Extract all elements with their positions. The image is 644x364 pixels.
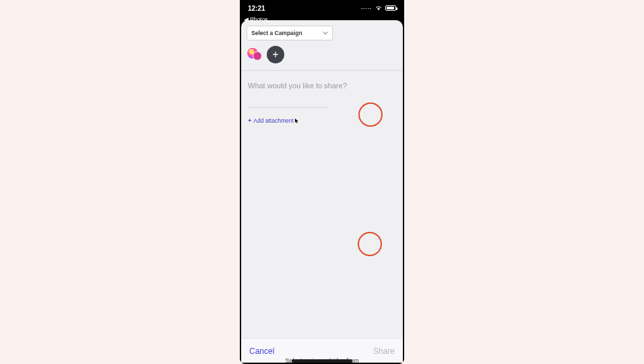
plus-icon: +	[272, 49, 278, 60]
status-right: ·····	[361, 5, 396, 12]
plus-icon: +	[248, 117, 251, 124]
input-underline	[248, 107, 327, 108]
share-button[interactable]: Share	[373, 346, 395, 356]
mouse-cursor-icon	[294, 118, 299, 124]
cellular-signal-icon: ·····	[361, 5, 372, 11]
status-bar: 12:21 ·····	[240, 0, 404, 16]
add-attachment-label: Add attachment	[253, 117, 294, 124]
wifi-icon	[375, 5, 383, 12]
share-sheet: Select a Campaign + + Add attachment	[241, 20, 403, 363]
avatar-stack[interactable]	[247, 47, 264, 62]
home-indicator[interactable]	[292, 359, 352, 363]
cancel-button[interactable]: Cancel	[249, 346, 274, 356]
compose-area: + Add attachment	[241, 71, 403, 338]
campaign-select-label: Select a Campaign	[251, 30, 302, 36]
battery-icon	[385, 5, 396, 11]
avatars-row: +	[241, 44, 403, 70]
share-text-input[interactable]	[248, 82, 396, 90]
avatar	[253, 51, 262, 61]
add-account-button[interactable]: +	[267, 46, 284, 63]
chevron-down-icon	[323, 30, 328, 36]
status-time: 12:21	[248, 5, 265, 12]
campaign-select-dropdown[interactable]: Select a Campaign	[247, 26, 333, 40]
add-attachment-button[interactable]: + Add attachment	[248, 117, 396, 124]
top-controls: Select a Campaign	[241, 20, 403, 44]
phone-frame: 12:21 ····· ◀ Photos Select a Campaign	[240, 0, 404, 364]
